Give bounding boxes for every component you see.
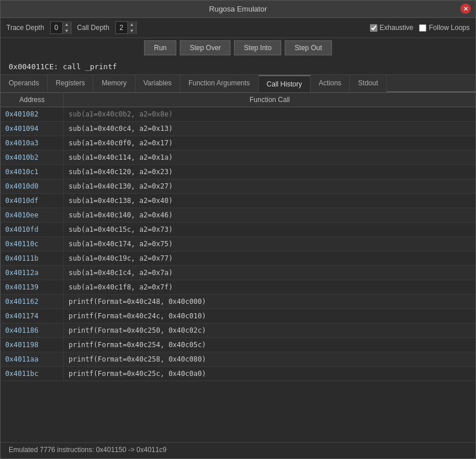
call-depth-up[interactable]: ▲ <box>128 21 136 28</box>
cell-address: 0x4010c1 <box>1 165 64 179</box>
cell-address: 0x401186 <box>1 323 64 337</box>
call-history-table: Address Function Call 0x401082sub(a1=0x4… <box>1 93 475 442</box>
trace-depth-spinbox[interactable]: 0 ▲ ▼ <box>50 21 71 34</box>
step-over-button[interactable]: Step Over <box>180 40 231 55</box>
table-row[interactable]: 0x401139sub(a1=0x40c1f8, a2=0x7f) <box>1 280 475 295</box>
cell-function: sub(a1=0x40c174, a2=0x75) <box>64 237 475 251</box>
cell-function: printf(Format=0x40c248, 0x40c000) <box>64 295 475 308</box>
table-row[interactable]: 0x40110csub(a1=0x40c174, a2=0x75) <box>1 237 475 251</box>
cell-function: sub(a1=0x40c120, a2=0x23) <box>64 165 475 179</box>
cell-address: 0x4010b2 <box>1 151 64 164</box>
cell-function: sub(a1=0x40c0b2, a2=0x8e) <box>64 107 475 121</box>
cell-address: 0x401162 <box>1 295 64 308</box>
main-window: Rugosa Emulator ✕ Trace Depth 0 ▲ ▼ Call… <box>0 0 476 459</box>
tab-operands[interactable]: Operands <box>1 75 48 92</box>
table-row[interactable]: 0x40111bsub(a1=0x40c19c, a2=0x77) <box>1 251 475 266</box>
tab-memory[interactable]: Memory <box>93 75 135 92</box>
button-row: Run Step Over Step Into Step Out <box>1 38 475 60</box>
follow-loops-checkbox[interactable] <box>419 24 426 32</box>
cell-function: printf(Format=0x40c25c, 0x40c0a0) <box>64 367 475 381</box>
table-row[interactable]: 0x4010eesub(a1=0x40c140, a2=0x46) <box>1 208 475 223</box>
table-row[interactable]: 0x401174printf(Format=0x40c24c, 0x40c010… <box>1 309 475 323</box>
col-function-header: Function Call <box>64 93 475 107</box>
table-header: Address Function Call <box>1 93 475 107</box>
call-depth-spinbox[interactable]: 2 ▲ ▼ <box>115 21 137 34</box>
tab-variables[interactable]: Variables <box>135 75 180 92</box>
table-row[interactable]: 0x401162printf(Format=0x40c248, 0x40c000… <box>1 295 475 309</box>
cell-address: 0x4010fd <box>1 223 64 236</box>
trace-depth-label: Trace Depth <box>6 24 44 32</box>
tabs-row: Operands Registers Memory Variables Func… <box>1 75 475 93</box>
exhaustive-group: Exhaustive <box>370 24 414 32</box>
tab-call-history[interactable]: Call History <box>259 75 311 92</box>
table-row[interactable]: 0x401198printf(Format=0x40c254, 0x40c05c… <box>1 338 475 352</box>
toolbar-row: Trace Depth 0 ▲ ▼ Call Depth 2 ▲ ▼ Exhau… <box>1 18 475 38</box>
cell-address: 0x401082 <box>1 107 64 121</box>
col-address-header: Address <box>1 93 64 107</box>
cell-function: printf(Format=0x40c258, 0x40c080) <box>64 352 475 366</box>
trace-depth-value: 0 <box>51 24 62 32</box>
table-body[interactable]: 0x401082sub(a1=0x40c0b2, a2=0x8e)0x40109… <box>1 107 475 442</box>
cell-address: 0x4010df <box>1 194 64 208</box>
call-depth-label: Call Depth <box>77 24 109 32</box>
cell-address: 0x4010d0 <box>1 179 64 193</box>
cell-function: printf(Format=0x40c250, 0x40c02c) <box>64 323 475 337</box>
cell-address: 0x4011aa <box>1 352 64 366</box>
window-title: Rugosa Emulator <box>209 5 267 13</box>
follow-loops-group: Follow Loops <box>419 24 470 32</box>
table-row[interactable]: 0x401186printf(Format=0x40c250, 0x40c02c… <box>1 323 475 338</box>
run-button[interactable]: Run <box>144 40 176 55</box>
table-row[interactable]: 0x401094sub(a1=0x40c0c4, a2=0x13) <box>1 122 475 136</box>
cell-function: printf(Format=0x40c24c, 0x40c010) <box>64 309 475 323</box>
exhaustive-label[interactable]: Exhaustive <box>380 24 414 32</box>
table-row[interactable]: 0x40112asub(a1=0x40c1c4, a2=0x7a) <box>1 266 475 280</box>
cell-function: sub(a1=0x40c1f8, a2=0x7f) <box>64 280 475 294</box>
table-row[interactable]: 0x4011aaprintf(Format=0x40c258, 0x40c080… <box>1 352 475 367</box>
table-row[interactable]: 0x401082sub(a1=0x40c0b2, a2=0x8e) <box>1 107 475 122</box>
cell-address: 0x401174 <box>1 309 64 323</box>
cell-address: 0x401198 <box>1 338 64 352</box>
cell-address: 0x40110c <box>1 237 64 251</box>
table-row[interactable]: 0x4011bcprintf(Format=0x40c25c, 0x40c0a0… <box>1 367 475 381</box>
table-row[interactable]: 0x4010b2sub(a1=0x40c114, a2=0x1a) <box>1 151 475 165</box>
call-depth-down[interactable]: ▼ <box>128 28 136 34</box>
cell-function: sub(a1=0x40c19c, a2=0x77) <box>64 251 475 265</box>
cell-function: sub(a1=0x40c0c4, a2=0x13) <box>64 122 475 136</box>
cell-function: sub(a1=0x40c15c, a2=0x73) <box>64 223 475 236</box>
tab-registers[interactable]: Registers <box>48 75 94 92</box>
call-depth-value: 2 <box>116 24 127 32</box>
table-row[interactable]: 0x4010dfsub(a1=0x40c138, a2=0x40) <box>1 194 475 208</box>
cell-function: printf(Format=0x40c254, 0x40c05c) <box>64 338 475 352</box>
step-into-button[interactable]: Step Into <box>234 40 281 55</box>
cell-function: sub(a1=0x40c130, a2=0x27) <box>64 179 475 193</box>
cell-address: 0x4011bc <box>1 367 64 381</box>
cell-address: 0x40112a <box>1 266 64 280</box>
follow-loops-label[interactable]: Follow Loops <box>429 24 470 32</box>
tab-actions[interactable]: Actions <box>311 75 350 92</box>
cell-address: 0x4010a3 <box>1 136 64 150</box>
exhaustive-checkbox[interactable] <box>370 24 377 32</box>
tab-stdout[interactable]: Stdout <box>350 75 387 92</box>
trace-depth-down[interactable]: ▼ <box>63 28 71 34</box>
step-out-button[interactable]: Step Out <box>285 40 331 55</box>
table-row[interactable]: 0x4010d0sub(a1=0x40c130, a2=0x27) <box>1 179 475 194</box>
table-row[interactable]: 0x4010c1sub(a1=0x40c120, a2=0x23) <box>1 165 475 179</box>
cell-function: sub(a1=0x40c0f0, a2=0x17) <box>64 136 475 150</box>
cell-address: 0x401139 <box>1 280 64 294</box>
cell-function: sub(a1=0x40c114, a2=0x1a) <box>64 151 475 164</box>
status-bar: Emulated 7776 instructions: 0x401150 -> … <box>1 442 475 458</box>
cell-address: 0x401094 <box>1 122 64 136</box>
cell-address: 0x40111b <box>1 251 64 265</box>
tab-function-arguments[interactable]: Function Arguments <box>180 75 259 92</box>
title-bar: Rugosa Emulator ✕ <box>1 1 475 18</box>
close-button[interactable]: ✕ <box>460 3 471 14</box>
table-row[interactable]: 0x4010fdsub(a1=0x40c15c, a2=0x73) <box>1 223 475 237</box>
table-row[interactable]: 0x4010a3sub(a1=0x40c0f0, a2=0x17) <box>1 136 475 151</box>
cell-function: sub(a1=0x40c1c4, a2=0x7a) <box>64 266 475 280</box>
cell-address: 0x4010ee <box>1 208 64 222</box>
cell-function: sub(a1=0x40c140, a2=0x46) <box>64 208 475 222</box>
cell-function: sub(a1=0x40c138, a2=0x40) <box>64 194 475 208</box>
trace-depth-up[interactable]: ▲ <box>63 21 71 28</box>
current-instruction: 0x004011CE: call _printf <box>1 60 475 75</box>
